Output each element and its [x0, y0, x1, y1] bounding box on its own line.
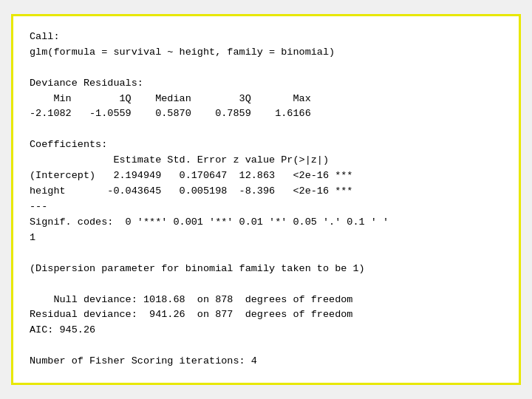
output-panel: Call: glm(formula = survival ~ height, f… — [11, 14, 521, 385]
r-output-text: Call: glm(formula = survival ~ height, f… — [30, 30, 502, 369]
